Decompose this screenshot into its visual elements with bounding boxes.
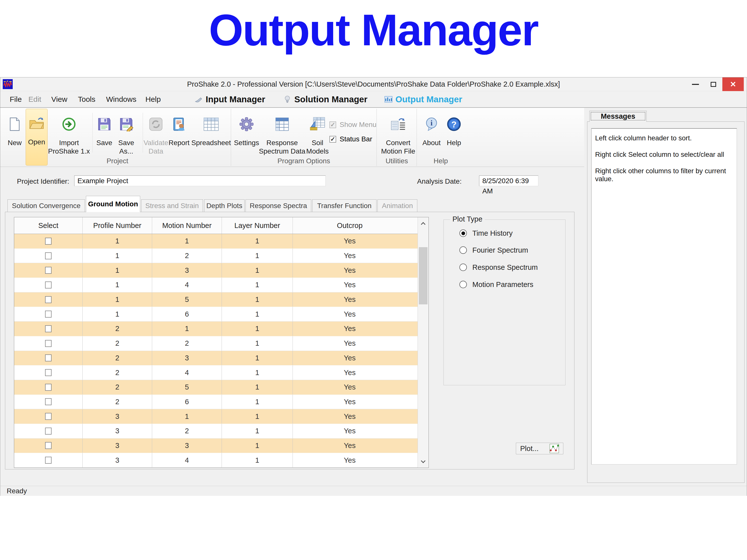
profile-number-cell: 1 bbox=[83, 249, 152, 263]
import-proshake-button[interactable]: Import ProShake 1.x bbox=[49, 110, 89, 165]
validate-data-icon bbox=[148, 110, 163, 139]
radio-icon bbox=[459, 230, 467, 237]
row-select-checkbox[interactable] bbox=[45, 413, 52, 420]
tab-stress-and-strain[interactable]: Stress and Strain bbox=[141, 199, 203, 212]
profile-number-cell: 3 bbox=[83, 453, 152, 468]
menu-solution-manager[interactable]: Solution Manager bbox=[283, 91, 367, 107]
validate-data-button[interactable]: Validate Data bbox=[145, 110, 166, 165]
plot-button[interactable]: Plot... bbox=[516, 443, 563, 454]
show-menu-checkbox-row[interactable]: Show Menu bbox=[329, 121, 377, 129]
plot-chart-icon bbox=[549, 444, 559, 453]
input-manager-icon bbox=[194, 95, 203, 104]
menu-view[interactable]: View bbox=[51, 91, 67, 107]
messages-tab[interactable]: Messages bbox=[589, 111, 647, 122]
new-button[interactable]: New bbox=[5, 110, 25, 165]
row-select-checkbox[interactable] bbox=[45, 398, 52, 405]
row-select-checkbox[interactable] bbox=[45, 442, 52, 449]
row-select-checkbox[interactable] bbox=[45, 282, 52, 289]
save-button[interactable]: Save bbox=[95, 110, 113, 165]
help-button[interactable]: ? Help bbox=[444, 110, 464, 165]
settings-button[interactable]: Settings bbox=[234, 110, 259, 165]
row-select-checkbox[interactable] bbox=[45, 369, 52, 376]
report-button[interactable]: Report bbox=[166, 110, 191, 165]
scroll-up-arrow[interactable] bbox=[418, 218, 429, 229]
spreadsheet-grid-icon bbox=[203, 110, 219, 139]
status-bar: Ready bbox=[0, 486, 747, 496]
profile-number-cell: 1 bbox=[83, 278, 152, 292]
radio-motion-parameters[interactable]: Motion Parameters bbox=[459, 279, 533, 290]
scroll-down-arrow[interactable] bbox=[418, 456, 429, 467]
layer-number-cell: 1 bbox=[222, 409, 293, 424]
svg-text:i: i bbox=[431, 119, 433, 127]
plot-type-group-label: Plot Type bbox=[450, 215, 485, 223]
radio-response-spectrum[interactable]: Response Spectrum bbox=[459, 262, 538, 272]
menu-tools[interactable]: Tools bbox=[78, 91, 95, 107]
report-notebook-icon bbox=[171, 110, 187, 139]
status-text: Ready bbox=[7, 487, 27, 495]
analysis-date-field[interactable]: 8/25/2020 6:39 AM bbox=[479, 176, 538, 186]
outcrop-cell: Yes bbox=[293, 365, 407, 380]
tab-animation[interactable]: Animation bbox=[378, 199, 417, 212]
row-select-checkbox[interactable] bbox=[45, 384, 52, 391]
about-button[interactable]: i About bbox=[420, 110, 443, 165]
spreadsheet-button[interactable]: Spreadsheet bbox=[192, 110, 230, 165]
outcrop-cell: Yes bbox=[293, 395, 407, 409]
scrollbar-thumb[interactable] bbox=[419, 247, 428, 304]
select-cell bbox=[14, 263, 83, 277]
header-layer-number[interactable]: Layer Number bbox=[222, 217, 293, 234]
outcrop-cell: Yes bbox=[293, 438, 407, 453]
project-identifier-field[interactable]: Example Project bbox=[74, 176, 326, 186]
tab-solution-convergence[interactable]: Solution Convergence bbox=[7, 199, 85, 212]
menu-edit[interactable]: Edit bbox=[28, 91, 41, 107]
table-scrollbar[interactable] bbox=[418, 217, 429, 468]
menu-help[interactable]: Help bbox=[146, 91, 161, 107]
save-as-button[interactable]: Save As... bbox=[114, 110, 138, 165]
row-select-checkbox[interactable] bbox=[45, 325, 52, 332]
select-cell bbox=[14, 453, 83, 468]
header-outcrop[interactable]: Outcrop bbox=[293, 217, 407, 234]
radio-fourier-spectrum[interactable]: Fourier Spectrum bbox=[459, 245, 528, 255]
response-spectrum-data-button[interactable]: Response Spectrum Data bbox=[259, 110, 305, 165]
status-bar-checkbox[interactable] bbox=[329, 136, 336, 142]
tab-transfer-function[interactable]: Transfer Function bbox=[312, 199, 377, 212]
status-bar-label: Status Bar bbox=[340, 135, 372, 143]
soil-models-button[interactable]: Soil Models bbox=[306, 110, 329, 165]
menu-windows[interactable]: Windows bbox=[106, 91, 136, 107]
tab-ground-motion[interactable]: Ground Motion bbox=[86, 196, 140, 212]
status-bar-checkbox-row[interactable]: Status Bar bbox=[329, 135, 372, 143]
select-cell bbox=[14, 438, 83, 453]
row-select-checkbox[interactable] bbox=[45, 340, 52, 347]
menu-file[interactable]: File bbox=[10, 91, 22, 107]
header-motion-number[interactable]: Motion Number bbox=[152, 217, 222, 234]
toolbar-group-project: Project bbox=[5, 157, 230, 165]
row-select-checkbox[interactable] bbox=[45, 238, 52, 245]
select-cell bbox=[14, 249, 83, 263]
tab-depth-plots[interactable]: Depth Plots bbox=[204, 199, 244, 212]
outcrop-cell: Yes bbox=[293, 263, 407, 277]
convert-motion-file-button[interactable]: Convert Motion File bbox=[379, 110, 417, 165]
row-select-checkbox[interactable] bbox=[45, 354, 52, 362]
restore-button[interactable] bbox=[704, 77, 722, 91]
row-select-checkbox[interactable] bbox=[45, 311, 52, 318]
minimize-button[interactable] bbox=[687, 77, 704, 91]
tab-response-spectra[interactable]: Response Spectra bbox=[246, 199, 311, 212]
toolbar-group-help: Help bbox=[418, 157, 464, 165]
row-select-checkbox[interactable] bbox=[45, 457, 52, 464]
menu-output-manager[interactable]: Output Manager bbox=[384, 91, 462, 107]
new-document-icon bbox=[7, 110, 22, 139]
header-profile-number[interactable]: Profile Number bbox=[83, 217, 152, 234]
message-line: Right click other columns to filter by c… bbox=[595, 167, 734, 183]
close-button[interactable]: ✕ bbox=[722, 77, 744, 91]
row-select-checkbox[interactable] bbox=[45, 428, 52, 434]
layer-number-cell: 1 bbox=[222, 307, 293, 321]
row-select-checkbox[interactable] bbox=[45, 252, 52, 259]
row-select-checkbox[interactable] bbox=[45, 296, 52, 303]
radio-time-history[interactable]: Time History bbox=[459, 228, 513, 238]
header-select[interactable]: Select bbox=[14, 217, 83, 234]
select-cell bbox=[14, 351, 83, 365]
show-menu-checkbox[interactable] bbox=[329, 122, 336, 128]
messages-list[interactable]: Left click column header to sort. Right … bbox=[591, 128, 737, 465]
row-select-checkbox[interactable] bbox=[45, 267, 52, 274]
menu-input-manager[interactable]: Input Manager bbox=[194, 91, 265, 107]
about-info-icon: i bbox=[424, 110, 439, 139]
